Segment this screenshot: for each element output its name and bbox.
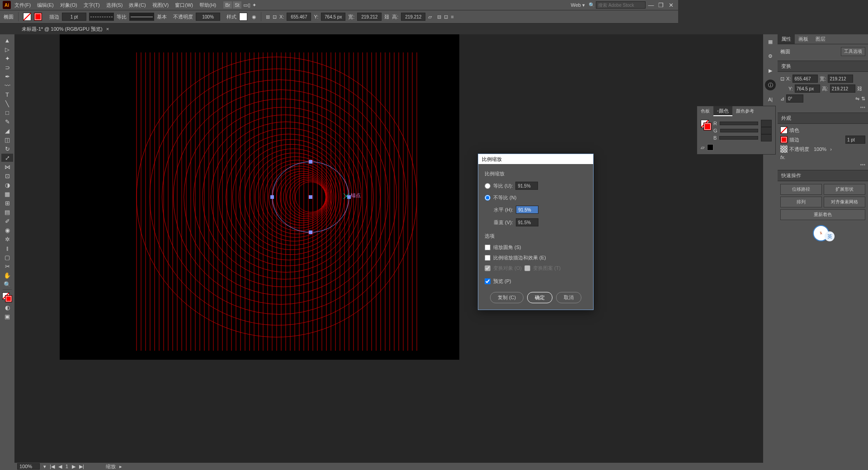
svg-point-77 (255, 157, 336, 238)
radio-uniform[interactable] (485, 183, 491, 189)
rectangle-tool[interactable]: □ (1, 108, 13, 117)
transform-icon[interactable]: ⊡ (273, 14, 277, 20)
stock-icon[interactable]: St (233, 1, 241, 9)
w-input[interactable] (357, 13, 382, 21)
cancel-button[interactable]: 取消 (556, 292, 581, 303)
horizontal-value-input[interactable] (516, 206, 538, 214)
perspective-tool[interactable]: ▦ (1, 190, 13, 198)
stroke-swatch[interactable] (34, 13, 42, 21)
search-icon[interactable]: 🔍 (589, 2, 595, 8)
shape-builder-tool[interactable]: ◑ (1, 181, 13, 189)
symbol-sprayer-tool[interactable]: ✲ (1, 235, 13, 243)
vertical-value-input[interactable] (516, 218, 538, 226)
opacity-input[interactable] (196, 13, 220, 21)
menu-file[interactable]: 文件(F) (12, 2, 33, 9)
stroke-weight-input[interactable] (62, 13, 86, 21)
copy-button[interactable]: 复制 (C) (490, 292, 524, 303)
mesh-tool[interactable]: ⊞ (1, 199, 13, 207)
gradient-tool[interactable]: ▤ (1, 208, 13, 216)
direct-selection-tool[interactable]: ▷ (1, 45, 13, 53)
free-transform-tool[interactable]: ⊡ (1, 172, 13, 180)
svg-point-76 (250, 153, 338, 241)
arrange-icon[interactable]: ▭▯ (242, 1, 251, 9)
document-title: 未标题-1* @ 100% (RGB/GPU 预览) (22, 26, 103, 33)
menu-object[interactable]: 对象(O) (57, 2, 80, 9)
h-input[interactable] (401, 13, 425, 21)
eraser-tool[interactable]: ◫ (1, 136, 13, 144)
screen-mode-icon[interactable]: ▣ (1, 312, 13, 320)
menu-type[interactable]: 文字(T) (81, 2, 103, 9)
menu-edit[interactable]: 编辑(E) (34, 2, 57, 9)
menu-window[interactable]: 窗口(W) (172, 2, 196, 9)
stock-search-input[interactable] (596, 1, 646, 9)
stroke-label: 描边 (49, 14, 59, 20)
graph-tool[interactable]: ⫿ (1, 244, 13, 252)
bridge-icon[interactable]: Br (223, 1, 232, 9)
workspace-selector[interactable]: Web ▾ (568, 2, 588, 8)
shaper-tool[interactable]: ◢ (1, 127, 13, 135)
brush-tool[interactable]: ✎ (1, 118, 13, 126)
svg-point-84 (283, 175, 327, 219)
fill-swatch[interactable] (23, 13, 31, 21)
recolor-icon[interactable]: ◉ (252, 14, 256, 20)
rotate-tool[interactable]: ↻ (1, 145, 13, 153)
document-tab[interactable]: 未标题-1* @ 100% (RGB/GPU 预览) × (17, 24, 113, 34)
svg-rect-90 (309, 160, 312, 164)
document-tab-bar: 未标题-1* @ 100% (RGB/GPU 预览) × (0, 24, 678, 34)
gpu-icon[interactable]: ✦ (252, 2, 256, 8)
menu-icon[interactable]: ≡ (451, 14, 453, 19)
scale-tool[interactable]: ⤢ (1, 154, 13, 162)
magic-wand-tool[interactable]: ✦ (1, 54, 13, 62)
dialog-title: 比例缩放 (478, 154, 593, 164)
tool-palette: ▲ ▷ ✦ ⊃ ✒ 〰 T ╲ □ ✎ ◢ ◫ ↻ ⤢ ⋈ ⊡ ◑ ▦ ⊞ ▤ … (0, 34, 14, 367)
menu-view[interactable]: 视图(V) (150, 2, 172, 9)
align-icon[interactable]: ⊞ (266, 14, 270, 20)
check-scale-strokes[interactable] (485, 255, 491, 261)
x-input[interactable] (287, 13, 311, 21)
panel-icon[interactable]: ⊡ (444, 14, 448, 20)
slice-tool[interactable]: ✂ (1, 262, 13, 270)
shape-icon[interactable]: ▱ (428, 14, 432, 20)
section-options: 选项 (485, 233, 587, 240)
check-scale-corners[interactable] (485, 244, 491, 250)
ok-button[interactable]: 确定 (527, 292, 552, 303)
app-logo: Ai (3, 1, 11, 9)
fill-stroke-swatches[interactable] (2, 292, 12, 302)
selection-tool[interactable]: ▲ (1, 36, 13, 44)
menu-select[interactable]: 选择(S) (104, 2, 126, 9)
line-tool[interactable]: ╲ (1, 99, 13, 108)
brush-swatch[interactable] (129, 13, 154, 21)
curvature-tool[interactable]: 〰 (1, 81, 13, 89)
lasso-tool[interactable]: ⊃ (1, 63, 13, 71)
hand-tool[interactable]: ✋ (1, 271, 13, 279)
eyedropper-tool[interactable]: ✐ (1, 217, 13, 225)
width-tool[interactable]: ⋈ (1, 163, 13, 171)
y-input[interactable] (321, 13, 345, 21)
h-label: 高: (392, 14, 398, 20)
artwork: 锚点 (60, 34, 459, 360)
type-tool[interactable]: T (1, 90, 13, 99)
dock-icon[interactable]: ⊟ (437, 14, 441, 20)
x-label: X: (279, 14, 284, 19)
tab-close-icon[interactable]: × (106, 26, 109, 32)
style-swatch[interactable] (239, 13, 247, 21)
menu-bar: Ai 文件(F) 编辑(E) 对象(O) 文字(T) 选择(S) 效果(C) 视… (0, 0, 678, 10)
menu-help[interactable]: 帮助(H) (197, 2, 219, 9)
color-mode-icon[interactable]: ◐ (1, 303, 13, 311)
stroke-profile[interactable] (89, 13, 114, 21)
link-wh-icon[interactable]: ⛓ (384, 14, 389, 19)
zoom-tool[interactable]: 🔍 (1, 280, 13, 288)
pen-tool[interactable]: ✒ (1, 72, 13, 80)
window-minimize[interactable]: — (646, 2, 656, 9)
style-label: 样式 (226, 14, 236, 20)
radio-nonuniform[interactable] (485, 195, 491, 201)
window-maximize[interactable]: ❐ (656, 2, 665, 9)
blend-tool[interactable]: ◉ (1, 226, 13, 234)
check-preview[interactable] (485, 278, 491, 284)
window-close[interactable]: ✕ (666, 2, 675, 9)
svg-point-71 (219, 128, 357, 266)
menu-effect[interactable]: 效果(C) (126, 2, 148, 9)
uniform-label: 等比 (117, 14, 127, 20)
uniform-value-input[interactable] (515, 182, 538, 190)
artboard-tool[interactable]: ▢ (1, 253, 13, 261)
